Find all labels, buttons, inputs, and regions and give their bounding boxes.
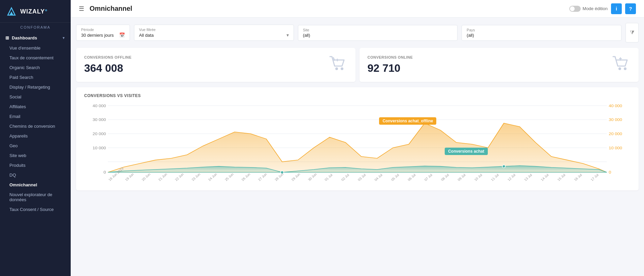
sidebar-item-appareils[interactable]: Appareils [0,131,71,141]
cart-online-icon [610,54,631,76]
svg-point-2 [335,67,338,70]
filter-pays[interactable]: Pays (all) [462,25,621,41]
sidebar-item-nouvel-explorateur[interactable]: Nouvel explorateur de données [0,190,71,205]
svg-text:28 Jun: 28 Jun [274,173,284,182]
svg-text:27 Jun: 27 Jun [257,173,268,182]
svg-text:15 Jul: 15 Jul [556,173,566,182]
tooltip-offline: Conversions achat_offline [379,117,436,125]
svg-text:10 000: 10 000 [93,146,106,150]
filter-vue-filtree-value: All data [139,33,154,38]
sidebar-item-affiliates[interactable]: Affiliates [0,102,71,112]
svg-text:25 Jun: 25 Jun [224,173,234,182]
filter-periode-value: 30 derniers jours [81,33,114,38]
info-button[interactable]: i [611,3,622,14]
sidebar-item-site-web[interactable]: Site web [0,151,71,160]
chart-title: CONVERSIONS VS VISITES [84,93,631,98]
svg-point-5 [624,67,626,70]
edition-toggle-switch[interactable] [569,6,581,12]
svg-text:40 000: 40 000 [93,103,106,108]
sidebar-item-email[interactable]: Email [0,112,71,121]
chart-svg: 40 000 30 000 20 000 10 000 0 40 000 30 … [84,102,631,186]
svg-text:02 Jul: 02 Jul [340,173,350,182]
svg-text:26 Jun: 26 Jun [241,173,251,182]
sidebar-item-omnichannel[interactable]: Omnichannel [0,180,71,190]
chart-container: Conversions achat_offline Conversions ac… [84,102,631,186]
svg-text:20 Jun: 20 Jun [141,173,151,182]
sidebar: WIZALY° CONFORAMA ⊞ Dashboards ▼ Vue d'e… [0,0,71,276]
sidebar-item-paid-search[interactable]: Paid Search [0,72,71,82]
svg-text:17 Jul: 17 Jul [590,173,599,182]
svg-text:19 Jun: 19 Jun [124,173,135,182]
dashboards-section-header[interactable]: ⊞ Dashboards ▼ [0,32,71,43]
svg-text:22 Jun: 22 Jun [174,173,184,182]
company-label: CONFORAMA [0,23,71,31]
svg-text:10 Jul: 10 Jul [473,173,483,182]
cart-offline-icon [327,54,347,76]
sidebar-item-geo[interactable]: Geo [0,141,71,151]
svg-text:24 Jun: 24 Jun [207,173,218,182]
svg-text:29 Jun: 29 Jun [291,173,301,182]
content-area: Période 30 derniers jours 📅 Vue filtrée … [71,18,644,276]
sidebar-item-display-retargeting[interactable]: Display / Retargeting [0,82,71,92]
logo-icon [5,5,18,18]
filter-site-value: (all) [303,33,310,38]
svg-text:18 Jun 2023: 18 Jun 2023 [108,167,125,182]
chevron-down-icon: ▼ [62,36,65,40]
svg-text:23 Jun: 23 Jun [191,173,201,182]
sidebar-item-organic-search[interactable]: Organic Search [0,63,71,72]
main-content: ☰ Omnichannel Mode édition i ? Période 3… [71,0,644,276]
filter-vue-filtree-label: Vue filtrée [139,28,289,32]
filter-site[interactable]: Site (all) [298,25,458,41]
svg-text:08 Jul: 08 Jul [440,173,450,182]
sidebar-item-produits[interactable]: Produits [0,160,71,170]
filter-bar: Période 30 derniers jours 📅 Vue filtrée … [76,23,639,42]
svg-text:05 Jul: 05 Jul [390,173,400,182]
help-button[interactable]: ? [625,3,636,14]
calendar-icon: 📅 [119,32,125,38]
kpi-offline-label: CONVERSIONS OFFLINE [84,55,132,59]
svg-text:30 000: 30 000 [93,118,106,122]
sidebar-logo: WIZALY° [0,0,71,23]
page-title: Omnichannel [90,5,569,12]
svg-text:01 Jul: 01 Jul [324,173,333,182]
kpi-online-label: CONVERSIONS ONLINE [368,55,413,59]
svg-text:09 Jul: 09 Jul [457,173,466,182]
svg-marker-1 [10,11,13,15]
filter-funnel-icon: ⧩ [630,30,634,36]
topbar: ☰ Omnichannel Mode édition i ? [71,0,644,18]
grid-icon: ⊞ [5,35,9,40]
svg-text:20 000: 20 000 [609,132,622,136]
svg-text:04 Jul: 04 Jul [374,173,383,182]
svg-text:30 Jun: 30 Jun [307,173,317,182]
filter-pays-value: (all) [467,33,474,38]
sidebar-item-social[interactable]: Social [0,92,71,102]
sidebar-item-taux-consent-source[interactable]: Taux Consent / Source [0,205,71,214]
kpi-offline-value: 364 008 [84,62,132,74]
svg-text:12 Jul: 12 Jul [507,173,516,182]
dropdown-icon: ▾ [286,32,289,38]
kpi-row: CONVERSIONS OFFLINE 364 008 CO [76,48,639,82]
menu-icon[interactable]: ☰ [79,5,84,12]
svg-text:03 Jul: 03 Jul [357,173,367,182]
filter-vue-filtree[interactable]: Vue filtrée All data ▾ [134,25,294,41]
chart-card: CONVERSIONS VS VISITES Conversions achat… [76,87,639,190]
brand-label: WIZALY° [20,8,48,15]
svg-text:0: 0 [609,170,611,175]
filter-site-label: Site [303,28,453,32]
topbar-right: Mode édition i ? [569,3,636,14]
sidebar-item-dq[interactable]: DQ [0,170,71,180]
svg-text:16 Jul: 16 Jul [573,173,583,182]
filter-periode[interactable]: Période 30 derniers jours 📅 [76,25,130,41]
sidebar-item-taux-consentement[interactable]: Taux de consentement [0,53,71,63]
svg-point-4 [618,67,621,70]
svg-point-23 [502,165,505,167]
svg-text:40 000: 40 000 [609,103,622,108]
advanced-filter-button[interactable]: ⧩ [625,23,639,42]
kpi-online-value: 92 710 [368,62,413,74]
sidebar-item-chemins-conversion[interactable]: Chemins de conversion [0,121,71,131]
svg-text:07 Jul: 07 Jul [423,173,433,182]
sidebar-item-vue-ensemble[interactable]: Vue d'ensemble [0,43,71,53]
mode-edition-toggle[interactable]: Mode édition [569,6,608,12]
dashboards-section: ⊞ Dashboards ▼ Vue d'ensemble Taux de co… [0,31,71,216]
filter-pays-label: Pays [467,28,616,32]
